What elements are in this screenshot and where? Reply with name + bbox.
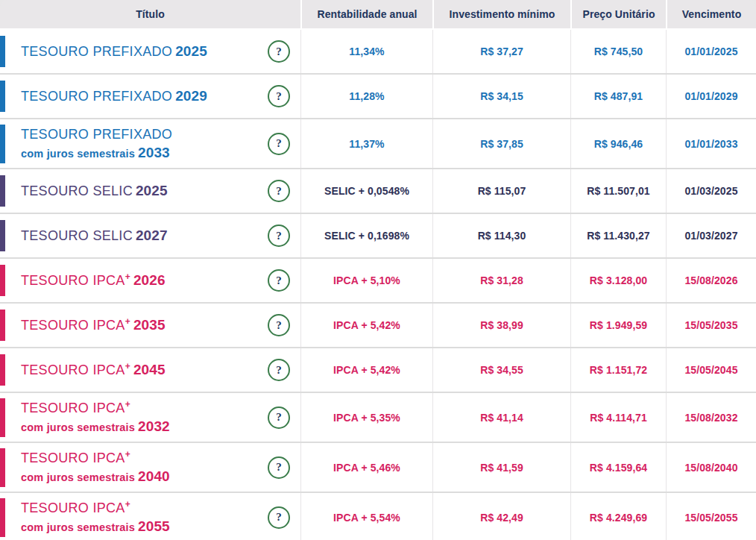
bond-subtitle: com juros semestrais xyxy=(21,421,135,433)
table-row[interactable]: TESOURO IPCA+ com juros semestrais 2032 … xyxy=(0,392,756,442)
bond-title-link[interactable]: TESOURO PREFIXADO 2029 xyxy=(21,87,207,105)
row-accent-bar xyxy=(0,498,5,537)
bond-name: TESOURO SELIC xyxy=(21,228,133,243)
help-question-icon[interactable]: ? xyxy=(268,40,290,63)
maturity-cell: 15/08/2026 xyxy=(666,259,756,302)
unit-price-cell: R$ 745,50 xyxy=(570,30,666,73)
bond-year: 2025 xyxy=(136,183,168,198)
table-row[interactable]: TESOURO IPCA+ 2026 ? IPCA + 5,10% R$ 31,… xyxy=(0,257,756,302)
bond-title-link[interactable]: TESOURO IPCA+ com juros semestrais 2055 xyxy=(21,499,170,536)
unit-price-cell: R$ 11.430,27 xyxy=(570,214,666,257)
min-investment-cell: R$ 38,99 xyxy=(432,304,570,347)
rate-cell: SELIC + 0,0548% xyxy=(300,169,432,213)
table-row[interactable]: TESOURO PREFIXADO 2029 ? 11,28% R$ 34,15… xyxy=(0,73,756,118)
min-investment-cell: R$ 114,30 xyxy=(432,214,570,257)
bond-name: TESOURO PREFIXADO xyxy=(21,89,172,104)
row-accent-bar xyxy=(0,310,5,341)
bond-year: 2045 xyxy=(133,362,166,377)
unit-price-cell: R$ 487,91 xyxy=(570,75,666,118)
bond-year: 2035 xyxy=(133,317,166,333)
help-question-icon[interactable]: ? xyxy=(268,225,290,247)
unit-price-cell: R$ 4.114,71 xyxy=(570,393,666,442)
bond-year: 2032 xyxy=(138,418,170,434)
help-question-icon[interactable]: ? xyxy=(268,269,290,292)
help-question-icon[interactable]: ? xyxy=(268,506,290,529)
bond-name-superscript: + xyxy=(125,449,130,459)
table-row[interactable]: TESOURO IPCA+ 2035 ? IPCA + 5,42% R$ 38,… xyxy=(0,302,756,347)
maturity-cell: 15/05/2035 xyxy=(666,304,756,347)
table-row[interactable]: TESOURO IPCA+ com juros semestrais 2040 … xyxy=(0,442,756,492)
rate-cell: IPCA + 5,42% xyxy=(300,348,432,392)
bond-name-superscript: + xyxy=(125,271,130,282)
table-row[interactable]: TESOURO SELIC 2025 ? SELIC + 0,0548% R$ … xyxy=(0,168,756,213)
min-investment-cell: R$ 37,85 xyxy=(432,119,570,168)
column-header-1: Rentabilidade anual xyxy=(300,0,432,28)
rate-cell: IPCA + 5,42% xyxy=(300,304,432,347)
help-question-icon[interactable]: ? xyxy=(268,133,290,155)
row-accent-bar xyxy=(0,354,5,386)
row-accent-bar xyxy=(0,125,5,163)
bond-title-link[interactable]: TESOURO IPCA+ 2045 xyxy=(21,361,166,379)
help-question-icon[interactable]: ? xyxy=(268,85,290,107)
help-question-icon[interactable]: ? xyxy=(268,406,290,429)
bond-title-cell: TESOURO PREFIXADO 2025 ? xyxy=(0,30,300,73)
bond-title-link[interactable]: TESOURO PREFIXADO 2025 xyxy=(21,43,207,60)
unit-price-cell: R$ 11.507,01 xyxy=(570,169,666,213)
bond-title-link[interactable]: TESOURO IPCA+ com juros semestrais 2040 xyxy=(21,449,170,486)
rate-cell: IPCA + 5,35% xyxy=(300,393,432,442)
bond-title-link[interactable]: TESOURO IPCA+ 2035 xyxy=(21,316,166,334)
column-header-4: Vencimento xyxy=(666,0,756,28)
row-accent-bar xyxy=(0,220,5,251)
bond-title-link[interactable]: TESOURO SELIC 2027 xyxy=(21,227,168,245)
rate-cell: 11,34% xyxy=(300,30,432,73)
bond-title-link[interactable]: TESOURO PREFIXADO com juros semestrais 2… xyxy=(21,125,172,162)
row-accent-bar xyxy=(0,81,5,112)
maturity-cell: 01/03/2025 xyxy=(666,169,756,213)
min-investment-cell: R$ 37,27 xyxy=(432,30,570,73)
help-question-icon[interactable]: ? xyxy=(268,314,290,336)
bond-name: TESOURO IPCA xyxy=(21,401,125,415)
rate-cell: 11,28% xyxy=(300,75,432,118)
maturity-cell: 15/08/2032 xyxy=(666,393,756,442)
bond-name: TESOURO PREFIXADO xyxy=(21,127,172,142)
column-header-2: Investimento mínimo xyxy=(432,0,570,28)
column-header-0: Título xyxy=(0,0,300,28)
min-investment-cell: R$ 115,07 xyxy=(432,169,570,213)
unit-price-cell: R$ 946,46 xyxy=(570,119,666,168)
table-row[interactable]: TESOURO PREFIXADO com juros semestrais 2… xyxy=(0,118,756,168)
row-accent-bar xyxy=(0,36,5,67)
min-investment-cell: R$ 41,59 xyxy=(432,443,570,492)
bond-title-cell: TESOURO IPCA+ com juros semestrais 2040 … xyxy=(0,443,300,492)
table-row[interactable]: TESOURO PREFIXADO 2025 ? 11,34% R$ 37,27… xyxy=(0,28,756,73)
table-row[interactable]: TESOURO IPCA+ 2045 ? IPCA + 5,42% R$ 34,… xyxy=(0,347,756,392)
column-header-3: Preço Unitário xyxy=(570,0,666,28)
bond-name: TESOURO SELIC xyxy=(21,183,133,198)
bond-name: TESOURO IPCA xyxy=(21,273,125,288)
maturity-cell: 01/01/2029 xyxy=(666,75,756,118)
unit-price-cell: R$ 4.159,64 xyxy=(570,443,666,492)
row-accent-bar xyxy=(0,265,5,296)
table-row[interactable]: TESOURO SELIC 2027 ? SELIC + 0,1698% R$ … xyxy=(0,213,756,257)
bond-name: TESOURO IPCA xyxy=(21,450,125,465)
bond-name-superscript: + xyxy=(125,399,130,409)
min-investment-cell: R$ 34,55 xyxy=(432,348,570,392)
bond-name: TESOURO PREFIXADO xyxy=(21,44,172,59)
table-row[interactable]: TESOURO IPCA+ com juros semestrais 2055 … xyxy=(0,492,756,540)
row-accent-bar xyxy=(0,448,5,487)
bond-name: TESOURO IPCA xyxy=(21,318,125,333)
unit-price-cell: R$ 1.949,59 xyxy=(570,304,666,347)
min-investment-cell: R$ 41,14 xyxy=(432,393,570,442)
help-question-icon[interactable]: ? xyxy=(268,456,290,479)
help-question-icon[interactable]: ? xyxy=(268,180,290,202)
bond-title-cell: TESOURO IPCA+ com juros semestrais 2032 … xyxy=(0,393,300,442)
unit-price-cell: R$ 4.249,69 xyxy=(570,493,666,540)
bond-name-superscript: + xyxy=(125,316,130,327)
bond-subtitle: com juros semestrais xyxy=(21,521,135,533)
bond-title-link[interactable]: TESOURO IPCA+ com juros semestrais 2032 xyxy=(21,399,170,436)
unit-price-cell: R$ 3.128,00 xyxy=(570,259,666,302)
help-question-icon[interactable]: ? xyxy=(268,359,290,381)
bond-title-link[interactable]: TESOURO SELIC 2025 xyxy=(21,182,168,200)
bond-title-cell: TESOURO PREFIXADO 2029 ? xyxy=(0,75,300,118)
rate-cell: IPCA + 5,46% xyxy=(300,443,432,492)
bond-title-link[interactable]: TESOURO IPCA+ 2026 xyxy=(21,271,166,289)
